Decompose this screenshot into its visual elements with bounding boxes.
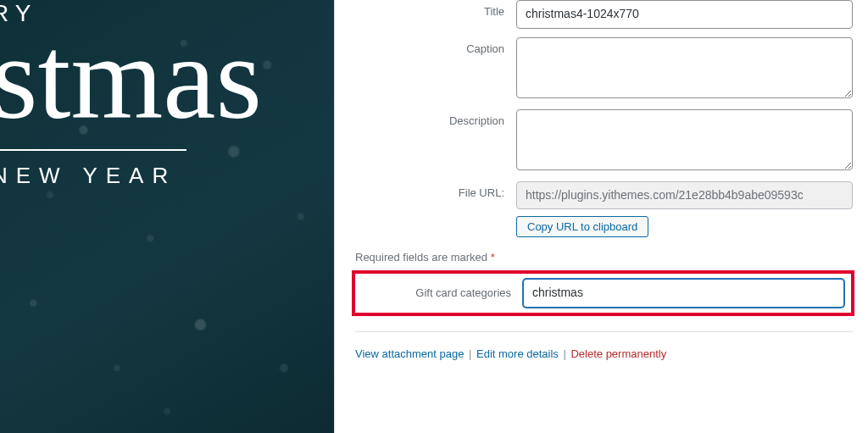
description-row: Description <box>355 109 853 173</box>
title-label: Title <box>355 0 516 18</box>
preview-line-script: stmas <box>0 19 334 137</box>
required-fields-note: Required fields are marked * <box>355 251 853 264</box>
gift-card-label: Gift card categories <box>362 286 523 299</box>
attachment-action-links: View attachment page | Edit more details… <box>355 347 853 360</box>
required-asterisk: * <box>491 251 495 264</box>
caption-label: Caption <box>355 37 516 55</box>
required-note-text: Required fields are marked <box>355 251 491 264</box>
title-input[interactable] <box>516 0 853 29</box>
edit-details-link[interactable]: Edit more details <box>476 347 559 360</box>
view-attachment-link[interactable]: View attachment page <box>355 347 464 360</box>
description-textarea[interactable] <box>516 109 853 170</box>
fileurl-label: File URL: <box>355 181 516 199</box>
attachment-details-panel: Title Caption Description File URL: Copy… <box>334 0 868 433</box>
caption-row: Caption <box>355 37 853 101</box>
gift-card-row: Gift card categories <box>362 279 844 308</box>
section-divider <box>355 331 853 332</box>
preview-overlay-text: RY stmas NEW YEAR <box>0 0 334 189</box>
preview-divider <box>0 149 186 151</box>
caption-textarea[interactable] <box>516 37 853 98</box>
gift-card-highlight: Gift card categories <box>352 270 854 316</box>
attachment-preview: RY stmas NEW YEAR <box>0 0 334 433</box>
title-row: Title <box>355 0 853 29</box>
fileurl-input[interactable] <box>516 181 853 210</box>
link-separator: | <box>560 347 570 360</box>
link-separator: | <box>465 347 475 360</box>
gift-card-categories-input[interactable] <box>523 279 844 308</box>
fileurl-row: File URL: Copy URL to clipboard <box>355 181 853 238</box>
preview-line-newyear: NEW YEAR <box>0 163 334 189</box>
delete-permanently-link[interactable]: Delete permanently <box>570 347 666 360</box>
description-label: Description <box>355 109 516 127</box>
copy-url-button[interactable]: Copy URL to clipboard <box>516 216 648 237</box>
